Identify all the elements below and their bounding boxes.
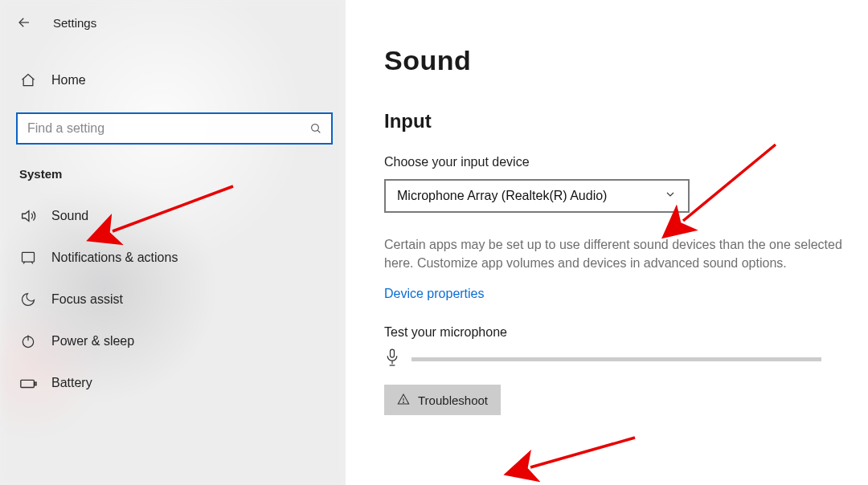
sidebar-item-sound[interactable]: Sound: [0, 195, 346, 237]
search-icon: [309, 121, 323, 136]
home-icon: [19, 71, 37, 89]
battery-icon: [19, 374, 37, 392]
sound-icon: [19, 207, 37, 225]
search-input[interactable]: [27, 121, 309, 136]
svg-rect-4: [35, 382, 36, 385]
section-title-input: Input: [384, 110, 868, 132]
chevron-down-icon: [664, 188, 677, 204]
svg-rect-3: [21, 380, 35, 387]
sidebar-group-label: System: [19, 167, 346, 181]
input-device-select[interactable]: Microphone Array (Realtek(R) Audio): [384, 179, 690, 213]
page-title: Sound: [384, 45, 868, 76]
sidebar-item-label: Notifications & actions: [51, 251, 333, 265]
main-content: Sound Input Choose your input device Mic…: [346, 0, 868, 485]
svg-point-6: [403, 401, 404, 402]
input-device-label: Choose your input device: [384, 155, 868, 169]
notifications-icon: [19, 249, 37, 267]
svg-point-0: [312, 124, 319, 132]
sidebar-item-label: Home: [51, 73, 333, 88]
sidebar-item-label: Power & sleep: [51, 334, 333, 348]
sidebar-item-label: Battery: [51, 376, 333, 390]
svg-rect-5: [391, 349, 395, 357]
svg-rect-1: [23, 252, 35, 262]
sidebar-item-label: Focus assist: [51, 292, 333, 307]
input-help-text: Certain apps may be set up to use differ…: [384, 235, 850, 272]
sidebar-item-notifications[interactable]: Notifications & actions: [0, 237, 346, 279]
troubleshoot-button[interactable]: Troubleshoot: [384, 385, 501, 415]
power-icon: [19, 332, 37, 350]
sidebar: Settings Home System Sound: [0, 0, 346, 485]
troubleshoot-label: Troubleshoot: [418, 393, 488, 407]
input-device-value: Microphone Array (Realtek(R) Audio): [397, 189, 607, 203]
microphone-icon: [384, 348, 400, 370]
focus-assist-icon: [19, 291, 37, 308]
sidebar-item-focus-assist[interactable]: Focus assist: [0, 279, 346, 320]
search-input-wrapper[interactable]: [16, 112, 333, 145]
sidebar-item-power-sleep[interactable]: Power & sleep: [0, 320, 346, 362]
sidebar-item-label: Sound: [51, 209, 333, 223]
sidebar-item-battery[interactable]: Battery: [0, 362, 346, 404]
sidebar-item-home[interactable]: Home: [0, 63, 346, 98]
window-title: Settings: [53, 16, 96, 30]
device-properties-link[interactable]: Device properties: [384, 287, 485, 301]
mic-level-bar: [411, 357, 821, 361]
back-button[interactable]: [14, 13, 34, 32]
warning-icon: [397, 393, 410, 408]
arrow-left-icon: [17, 15, 31, 30]
test-mic-label: Test your microphone: [384, 325, 868, 340]
